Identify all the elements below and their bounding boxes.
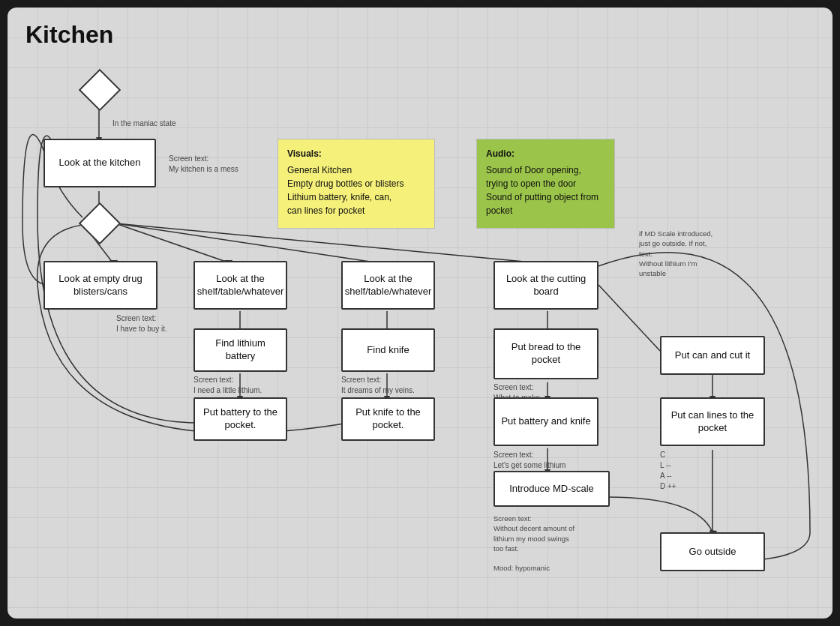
svg-line-6 [116,223,228,262]
need-lithium-text: Screen text: I need a little lithium. [194,375,262,396]
buy-text: Screen text: I have to buy it. [116,313,167,334]
visuals-note: Visuals: General Kitchen Empty drug bott… [278,139,435,229]
mood-swing-text: Screen text: Without decent amount of li… [494,514,574,574]
put-bread-box[interactable]: Put bread to the pocket [494,328,598,379]
put-can-cut-box[interactable]: Put can and cut it [660,336,765,375]
svg-line-8 [116,223,375,262]
look-kitchen-box[interactable]: Look at the kitchen [44,139,156,187]
put-knife-pocket-box[interactable]: Put knife to the pocket. [341,397,435,441]
get-lithium-text: Screen text: Let's get some lithium [494,450,566,471]
visuals-line3: Lithium battery, knife, can, [287,190,425,204]
maniac-state-text: In the maniac state [112,118,176,129]
visuals-line2: Empty drug bottles or blisters [287,177,425,190]
audio-line3: Sound of putting object from [486,190,605,204]
md-scale-note-text: if MD Scale introduced, just go outside.… [639,229,712,278]
put-can-lines-box[interactable]: Put can lines to the pocket [660,397,765,446]
look-shelf1-box[interactable]: Look at the shelf/table/whatever [194,261,287,310]
svg-line-9 [116,223,532,262]
audio-title: Audio: [486,147,605,160]
kitchen-mess-text: Screen text: My kitchen is a mess [169,154,238,175]
start-diamond [79,69,122,112]
svg-line-29 [598,285,660,351]
look-cutting-box[interactable]: Look at the cutting board [494,261,598,310]
audio-line2: trying to open the door [486,177,605,190]
audio-line1: Sound of Door opening, [486,163,605,177]
introduce-md-box[interactable]: Introduce MD-scale [494,471,610,507]
go-outside-box[interactable]: Go outside [660,532,765,571]
find-knife-box[interactable]: Find knife [341,328,435,372]
put-battery-pocket-box[interactable]: Put battery to the pocket. [194,397,287,441]
visuals-title: Visuals: [287,147,425,160]
visuals-line1: General Kitchen [287,163,425,177]
knife-dreams-text: Screen text: It dreams of my veins. [341,375,415,396]
loop-diamond [79,202,122,245]
page-title: Kitchen [26,21,113,49]
audio-note: Audio: Sound of Door opening, trying to … [476,139,615,229]
find-battery-box[interactable]: Find lithium battery [194,328,287,372]
clad-text: C L -- A -- D ++ [660,450,676,492]
visuals-line4: can lines for pocket [287,204,425,217]
put-battery-knife-box[interactable]: Put battery and knife [494,397,598,446]
audio-line4: pocket [486,204,605,217]
look-drug-box[interactable]: Look at empty drug blisters/cans [44,261,158,310]
look-shelf2-box[interactable]: Look at the shelf/table/whatever [341,261,435,310]
